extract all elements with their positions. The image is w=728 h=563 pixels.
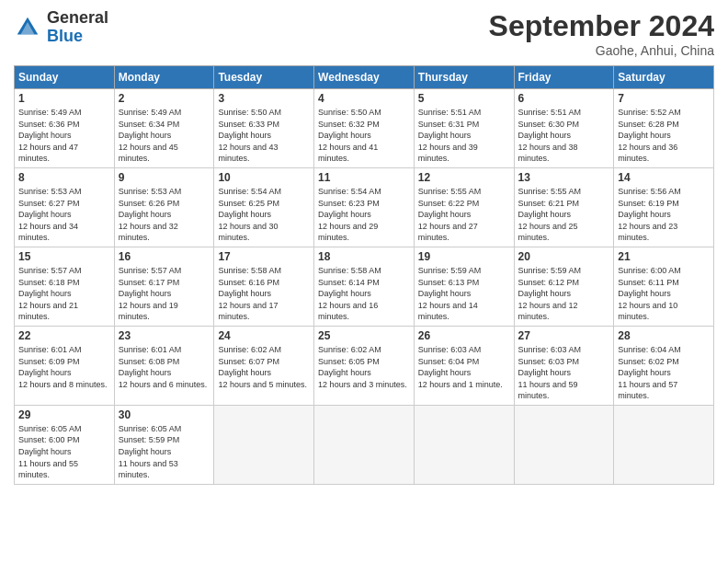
day-number: 15 [18, 250, 110, 263]
day-number: 19 [418, 250, 510, 263]
table-row: 12 Sunrise: 5:55 AM Sunset: 6:22 PM Dayl… [414, 167, 514, 247]
day-number: 26 [418, 329, 510, 342]
table-row: 26 Sunrise: 6:03 AM Sunset: 6:04 PM Dayl… [414, 326, 514, 405]
day-number: 30 [119, 408, 210, 421]
calendar-table: Sunday Monday Tuesday Wednesday Thursday… [14, 65, 714, 485]
table-row [214, 405, 314, 484]
day-number: 25 [318, 329, 410, 342]
day-info: Sunrise: 5:50 AM Sunset: 6:32 PM Dayligh… [318, 107, 410, 165]
table-row: 9 Sunrise: 5:53 AM Sunset: 6:26 PM Dayli… [114, 167, 214, 247]
day-number: 16 [119, 250, 210, 263]
day-info: Sunrise: 5:53 AM Sunset: 6:27 PM Dayligh… [18, 186, 110, 244]
day-info: Sunrise: 5:54 AM Sunset: 6:23 PM Dayligh… [318, 186, 410, 244]
header-thursday: Thursday [414, 66, 514, 89]
day-number: 10 [218, 171, 310, 184]
calendar-week-row: 22 Sunrise: 6:01 AM Sunset: 6:09 PM Dayl… [15, 326, 714, 405]
table-row: 28 Sunrise: 6:04 AM Sunset: 6:02 PM Dayl… [614, 326, 714, 405]
title-block: September 2024 Gaohe, Anhui, China [489, 9, 714, 58]
table-row: 29 Sunrise: 6:05 AM Sunset: 6:00 PM Dayl… [15, 405, 115, 484]
day-info: Sunrise: 5:57 AM Sunset: 6:18 PM Dayligh… [18, 265, 110, 323]
header: General Blue September 2024 Gaohe, Anhui… [14, 9, 714, 58]
table-row: 4 Sunrise: 5:50 AM Sunset: 6:32 PM Dayli… [314, 89, 415, 168]
day-number: 11 [318, 171, 410, 184]
table-row: 22 Sunrise: 6:01 AM Sunset: 6:09 PM Dayl… [15, 326, 115, 405]
month-title: September 2024 [489, 9, 714, 43]
day-number: 23 [119, 329, 210, 342]
day-info: Sunrise: 5:59 AM Sunset: 6:12 PM Dayligh… [518, 265, 610, 323]
table-row: 1 Sunrise: 5:49 AM Sunset: 6:36 PM Dayli… [15, 89, 115, 168]
table-row: 3 Sunrise: 5:50 AM Sunset: 6:33 PM Dayli… [214, 89, 314, 168]
day-number: 7 [618, 92, 710, 105]
table-row: 17 Sunrise: 5:58 AM Sunset: 6:16 PM Dayl… [214, 247, 314, 326]
table-row: 11 Sunrise: 5:54 AM Sunset: 6:23 PM Dayl… [314, 167, 415, 247]
day-info: Sunrise: 6:03 AM Sunset: 6:03 PM Dayligh… [518, 344, 610, 402]
day-info: Sunrise: 6:05 AM Sunset: 6:00 PM Dayligh… [18, 423, 110, 481]
day-number: 1 [18, 92, 110, 105]
logo-text: General Blue [47, 9, 108, 46]
table-row: 20 Sunrise: 5:59 AM Sunset: 6:12 PM Dayl… [514, 247, 614, 326]
table-row: 8 Sunrise: 5:53 AM Sunset: 6:27 PM Dayli… [15, 167, 115, 247]
day-number: 6 [518, 92, 610, 105]
day-info: Sunrise: 5:50 AM Sunset: 6:33 PM Dayligh… [218, 107, 310, 165]
table-row [414, 405, 514, 484]
location: Gaohe, Anhui, China [489, 43, 714, 58]
day-info: Sunrise: 5:51 AM Sunset: 6:31 PM Dayligh… [418, 107, 510, 165]
day-number: 12 [418, 171, 510, 184]
header-tuesday: Tuesday [214, 66, 314, 89]
day-info: Sunrise: 6:05 AM Sunset: 5:59 PM Dayligh… [119, 423, 210, 481]
table-row: 30 Sunrise: 6:05 AM Sunset: 5:59 PM Dayl… [114, 405, 214, 484]
weekday-header-row: Sunday Monday Tuesday Wednesday Thursday… [15, 66, 714, 89]
table-row: 21 Sunrise: 6:00 AM Sunset: 6:11 PM Dayl… [614, 247, 714, 326]
table-row [514, 405, 614, 484]
logo-general: General [47, 9, 108, 28]
day-info: Sunrise: 6:01 AM Sunset: 6:08 PM Dayligh… [119, 344, 210, 390]
day-number: 5 [418, 92, 510, 105]
day-info: Sunrise: 5:58 AM Sunset: 6:14 PM Dayligh… [318, 265, 410, 323]
day-info: Sunrise: 6:01 AM Sunset: 6:09 PM Dayligh… [18, 344, 110, 390]
day-info: Sunrise: 5:54 AM Sunset: 6:25 PM Dayligh… [218, 186, 310, 244]
day-number: 21 [618, 250, 710, 263]
logo-icon [14, 14, 41, 41]
calendar-week-row: 1 Sunrise: 5:49 AM Sunset: 6:36 PM Dayli… [15, 89, 714, 168]
header-friday: Friday [514, 66, 614, 89]
day-number: 29 [18, 408, 110, 421]
day-info: Sunrise: 6:02 AM Sunset: 6:07 PM Dayligh… [218, 344, 310, 390]
logo: General Blue [14, 9, 108, 46]
day-number: 24 [218, 329, 310, 342]
day-info: Sunrise: 5:56 AM Sunset: 6:19 PM Dayligh… [618, 186, 710, 244]
day-info: Sunrise: 6:04 AM Sunset: 6:02 PM Dayligh… [618, 344, 710, 402]
day-number: 13 [518, 171, 610, 184]
table-row: 24 Sunrise: 6:02 AM Sunset: 6:07 PM Dayl… [214, 326, 314, 405]
table-row: 16 Sunrise: 5:57 AM Sunset: 6:17 PM Dayl… [114, 247, 214, 326]
calendar-week-row: 15 Sunrise: 5:57 AM Sunset: 6:18 PM Dayl… [15, 247, 714, 326]
day-info: Sunrise: 5:55 AM Sunset: 6:21 PM Dayligh… [518, 186, 610, 244]
day-number: 9 [119, 171, 210, 184]
table-row: 10 Sunrise: 5:54 AM Sunset: 6:25 PM Dayl… [214, 167, 314, 247]
header-monday: Monday [114, 66, 214, 89]
day-info: Sunrise: 5:49 AM Sunset: 6:36 PM Dayligh… [18, 107, 110, 165]
page-container: General Blue September 2024 Gaohe, Anhui… [0, 0, 728, 563]
day-info: Sunrise: 5:59 AM Sunset: 6:13 PM Dayligh… [418, 265, 510, 323]
day-number: 18 [318, 250, 410, 263]
day-number: 22 [18, 329, 110, 342]
day-number: 2 [119, 92, 210, 105]
calendar-week-row: 29 Sunrise: 6:05 AM Sunset: 6:00 PM Dayl… [15, 405, 714, 484]
calendar-week-row: 8 Sunrise: 5:53 AM Sunset: 6:27 PM Dayli… [15, 167, 714, 247]
table-row [614, 405, 714, 484]
day-info: Sunrise: 6:03 AM Sunset: 6:04 PM Dayligh… [418, 344, 510, 390]
header-saturday: Saturday [614, 66, 714, 89]
day-info: Sunrise: 5:52 AM Sunset: 6:28 PM Dayligh… [618, 107, 710, 165]
header-wednesday: Wednesday [314, 66, 415, 89]
day-info: Sunrise: 5:51 AM Sunset: 6:30 PM Dayligh… [518, 107, 610, 165]
day-number: 27 [518, 329, 610, 342]
day-info: Sunrise: 5:49 AM Sunset: 6:34 PM Dayligh… [119, 107, 210, 165]
table-row: 14 Sunrise: 5:56 AM Sunset: 6:19 PM Dayl… [614, 167, 714, 247]
table-row: 5 Sunrise: 5:51 AM Sunset: 6:31 PM Dayli… [414, 89, 514, 168]
table-row: 19 Sunrise: 5:59 AM Sunset: 6:13 PM Dayl… [414, 247, 514, 326]
table-row: 2 Sunrise: 5:49 AM Sunset: 6:34 PM Dayli… [114, 89, 214, 168]
day-number: 28 [618, 329, 710, 342]
day-info: Sunrise: 6:00 AM Sunset: 6:11 PM Dayligh… [618, 265, 710, 323]
day-info: Sunrise: 5:53 AM Sunset: 6:26 PM Dayligh… [119, 186, 210, 244]
table-row: 6 Sunrise: 5:51 AM Sunset: 6:30 PM Dayli… [514, 89, 614, 168]
day-number: 4 [318, 92, 410, 105]
